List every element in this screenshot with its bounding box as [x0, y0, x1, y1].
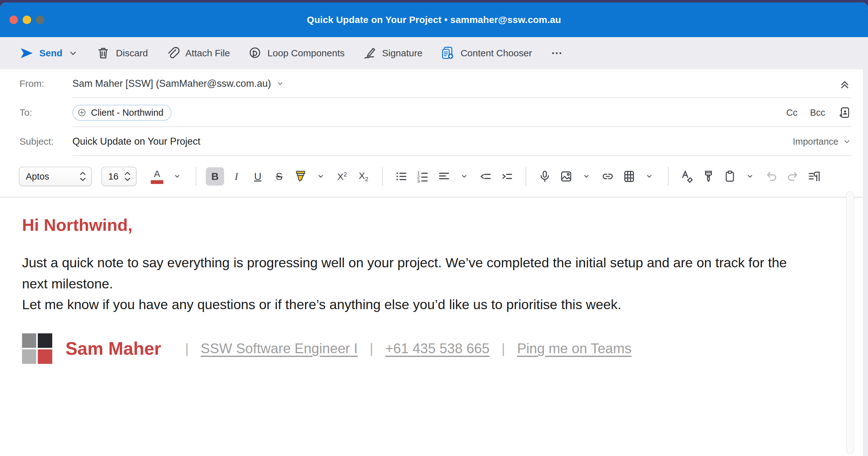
recipient-chip[interactable]: Client - Northwind: [72, 105, 172, 121]
paste-chevron[interactable]: [741, 167, 759, 186]
formatting-marks-button[interactable]: [805, 167, 823, 186]
signature-teams-link[interactable]: Ping me on Teams: [517, 340, 632, 356]
font-size-value: 16: [108, 171, 118, 182]
italic-button[interactable]: I: [227, 167, 246, 186]
signature-name: Sam Maher: [65, 338, 161, 359]
email-signature: Sam Maher | SSW Software Engineer I | +6…: [22, 333, 846, 364]
attach-file-button[interactable]: Attach File: [165, 46, 230, 60]
signature-phone-link[interactable]: +61 435 538 665: [385, 340, 490, 356]
window-title: Quick Update on Your Project • sammaher@…: [307, 14, 561, 25]
numbered-list-button[interactable]: 123: [413, 167, 432, 186]
attach-file-label: Attach File: [185, 48, 230, 58]
signature-pen-icon: [362, 46, 377, 60]
insert-link-button[interactable]: [598, 167, 617, 186]
plus-circle-icon: [77, 107, 87, 118]
trash-icon: [96, 46, 111, 60]
insert-image-chevron[interactable]: [577, 167, 595, 186]
font-color-chevron[interactable]: [168, 167, 186, 186]
subject-input[interactable]: Quick Update on Your Project: [72, 136, 200, 147]
scrollbar-thumb[interactable]: [846, 191, 854, 454]
from-selector[interactable]: Sam Maher [SSW] (SamMaher@ssw.com.au): [72, 78, 285, 89]
collapse-header-button[interactable]: [838, 77, 851, 91]
font-size-select[interactable]: 16: [101, 167, 136, 186]
dictate-mic-button[interactable]: [536, 167, 554, 186]
send-button[interactable]: Send: [20, 46, 79, 60]
from-label: From:: [20, 78, 72, 89]
font-family-select[interactable]: Aptos: [19, 167, 92, 186]
command-toolbar: Send Discard Attach File Loop Components: [0, 37, 868, 69]
insert-table-button[interactable]: [620, 167, 638, 186]
window-controls: [9, 16, 44, 24]
paperclip-icon: [165, 46, 180, 60]
bullet-list-button[interactable]: [392, 167, 410, 186]
body-paragraph: Just a quick note to say everything is p…: [22, 252, 812, 294]
align-button[interactable]: [435, 167, 453, 186]
clear-formatting-button[interactable]: [678, 167, 696, 186]
discard-label: Discard: [116, 48, 148, 58]
align-chevron[interactable]: [455, 167, 473, 186]
content-chooser-button[interactable]: Content Chooser: [440, 45, 532, 61]
greeting-text: Hi Northwind,: [22, 215, 846, 235]
titlebar: Quick Update on Your Project • sammaher@…: [0, 2, 868, 37]
address-book-icon[interactable]: [838, 106, 851, 120]
undo-button: [762, 167, 780, 186]
content-chooser-icon: [440, 45, 455, 61]
highlight-chevron[interactable]: [312, 167, 330, 186]
paste-button[interactable]: [721, 167, 739, 186]
send-dropdown-chevron-icon[interactable]: [68, 48, 79, 59]
font-color-swatch: [151, 180, 163, 184]
strikethrough-button[interactable]: S: [270, 167, 288, 186]
body-paragraph: Let me know if you have any questions or…: [22, 294, 812, 315]
subject-row: Subject: Quick Update on Your Project Im…: [0, 127, 868, 156]
content-chooser-label: Content Chooser: [460, 48, 532, 58]
importance-dropdown[interactable]: Importance: [793, 136, 851, 147]
close-window-button[interactable]: [9, 16, 18, 24]
subject-label: Subject:: [20, 136, 72, 147]
bold-button[interactable]: B: [206, 167, 224, 186]
signature-button[interactable]: Signature: [362, 46, 422, 60]
message-body-editor[interactable]: Hi Northwind, Just a quick note to say e…: [0, 197, 868, 364]
cc-button[interactable]: Cc: [786, 107, 797, 118]
superscript-button[interactable]: X2: [333, 167, 351, 186]
font-color-letter: A: [154, 169, 160, 178]
loop-components-label: Loop Components: [268, 48, 345, 58]
stepper-icon: [123, 170, 132, 183]
from-row: From: Sam Maher [SSW] (SamMaher@ssw.com.…: [0, 69, 868, 98]
redo-button: [784, 167, 802, 186]
from-value: Sam Maher [SSW] (SamMaher@ssw.com.au): [72, 78, 271, 89]
insert-table-chevron[interactable]: [640, 167, 658, 186]
signature-title-link[interactable]: SSW Software Engineer I: [201, 340, 358, 356]
underline-button[interactable]: U: [249, 167, 267, 186]
send-plane-icon: [20, 46, 34, 60]
font-color-button[interactable]: A: [148, 167, 166, 186]
loop-components-icon: [248, 46, 262, 60]
zoom-window-button: [36, 16, 44, 24]
subscript-button[interactable]: X2: [354, 167, 373, 186]
importance-label: Importance: [793, 136, 838, 147]
stepper-icon: [78, 170, 88, 183]
more-options-button[interactable]: [550, 46, 564, 60]
formatting-toolbar: Aptos 16 A B I U S: [0, 156, 868, 197]
format-painter-button[interactable]: [699, 167, 718, 186]
ellipsis-icon: [550, 46, 564, 60]
insert-image-button[interactable]: [557, 167, 575, 186]
to-label: To:: [20, 107, 72, 118]
decrease-indent-button[interactable]: [476, 167, 495, 186]
bcc-button[interactable]: Bcc: [810, 107, 825, 118]
increase-indent-button[interactable]: [498, 167, 516, 186]
loop-components-button[interactable]: Loop Components: [248, 46, 345, 60]
from-chevron-down-icon: [275, 79, 285, 88]
highlight-button[interactable]: [291, 167, 310, 186]
ssw-logo-icon: [22, 333, 52, 364]
minimize-window-button[interactable]: [23, 16, 31, 24]
scrollbar-gutter: [863, 37, 868, 456]
send-label: Send: [39, 48, 62, 58]
compose-window: Quick Update on Your Project • sammaher@…: [0, 2, 868, 456]
recipient-chip-label: Client - Northwind: [91, 107, 163, 118]
signature-label: Signature: [382, 48, 422, 58]
svg-text:3: 3: [417, 178, 420, 184]
font-family-value: Aptos: [26, 171, 49, 182]
discard-button[interactable]: Discard: [96, 46, 148, 60]
to-row: To: Client - Northwind Cc Bcc: [0, 98, 868, 127]
importance-chevron-down-icon: [842, 137, 851, 146]
